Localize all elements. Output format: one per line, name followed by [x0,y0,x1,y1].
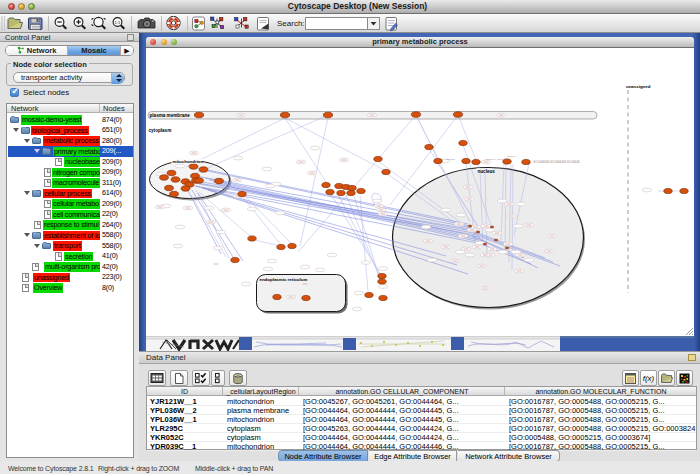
svg-text:[GO:04]: [GO:04] [507,155,516,158]
svg-text:unassigned: unassigned [626,84,651,89]
svg-text:mitochondrion: mitochondrion [173,159,204,164]
svg-text:[GO:00]: [GO:00] [446,158,455,161]
svg-text:cytoplasm: cytoplasm [149,128,172,133]
svg-text:GO:0044464 GO:0044444 GO:00444: GO:0044464 GO:0044444 GO:00444 [533,160,580,164]
svg-text:plasma membrane: plasma membrane [150,113,191,118]
svg-text:[GO:0044, GO:4]: [GO:0044, GO:4] [485,158,504,161]
svg-text:1:1: 1:1 [115,20,121,25]
svg-text:Search:: Search: [277,19,305,28]
svg-text:nucleus: nucleus [478,169,496,174]
svg-text:endoplasmic reticulum: endoplasmic reticulum [260,277,308,282]
